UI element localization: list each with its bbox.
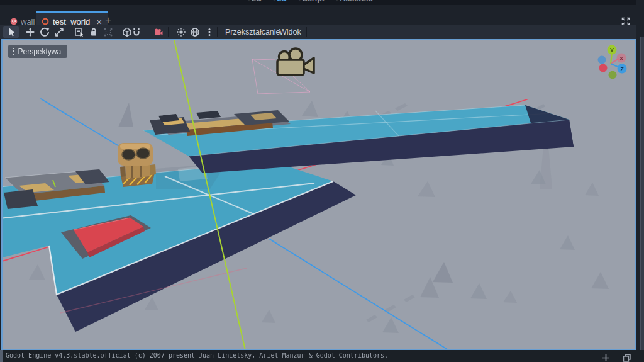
right-dock-edge[interactable] [640,37,644,350]
viewport-3d[interactable]: Y X Z Perspektywa [1,39,636,350]
engine-version-text: Godot Engine v4.3.stable.official (c) 20… [6,352,388,359]
view-menu[interactable]: Widok [275,25,305,39]
make-floating-button[interactable] [622,353,631,362]
lock-icon [89,27,99,37]
snap-button[interactable] [130,26,143,38]
rotate-tool-button[interactable] [38,26,51,38]
scale-icon [54,27,64,37]
sun-toggle-button[interactable] [175,26,187,38]
movie-camera-icon [277,48,314,75]
vertical-dots-icon [204,27,214,37]
extra-options-button[interactable] [203,26,216,38]
panel-edge [0,350,3,362]
workspace-bar: ▪2D ▪3D ▪Script ▪AssetLib [0,0,644,5]
gizmo-x-label: X [619,55,623,62]
group-icon [103,27,113,37]
camera-icon [153,27,164,37]
select-tool-button[interactable] [3,26,19,38]
2d-icon: ▪ [248,0,250,3]
sun-icon [176,27,186,37]
toolbar-separator [67,27,67,37]
viewport-canvas[interactable]: Y X Z [3,40,635,349]
lock-button[interactable] [87,26,100,38]
magnet-icon [131,27,142,37]
toolbar-separator [306,27,307,37]
select-arrow-icon [6,27,16,37]
godot-editor-window: ▪2D ▪3D ▪Script ▪AssetLib wall test_worl… [0,0,644,362]
workspace-assetlib-button[interactable]: ▪AssetLib [336,0,373,3]
toolbar-separator [168,27,169,37]
move-tool-button[interactable] [24,26,36,38]
plus-icon [601,353,611,362]
godot-scene-icon [10,18,18,25]
scale-tool-button[interactable] [53,26,65,38]
orientation-gizmo[interactable]: Y X Z [598,45,627,79]
scene-ring-icon [42,18,49,25]
gizmo-z-label: Z [620,66,624,72]
select-box-button[interactable] [73,26,86,38]
workspace-2d-button[interactable]: ▪2D [248,0,262,3]
workspace-3d-button[interactable]: ▪3D [273,0,287,3]
spatial-toolbar: Przekształcanie Widok [0,25,636,40]
workspace-script-button[interactable]: ▪Script [298,0,325,3]
3d-icon: ▪ [273,0,275,3]
view-menu-button[interactable]: Perspektywa [8,45,67,58]
gizmo-axis-neg-x[interactable] [599,64,608,72]
status-bar: Godot Engine v4.3.stable.official (c) 20… [0,350,644,362]
scene-tab-bar: wall test_world × + [0,5,644,25]
environment-toggle-button[interactable] [189,26,201,38]
camera-gizmo[interactable] [252,48,314,94]
globe-icon [190,27,200,37]
rotate-icon [40,27,50,37]
drag-handle-icon [13,48,14,55]
gizmo-y-label: Y [610,47,614,54]
robot-character[interactable] [118,143,156,187]
list-select-icon [74,27,84,37]
script-icon: ▪ [298,0,300,3]
toolbar-separator [116,27,116,37]
z-axis-line-lower [270,239,448,349]
group-button[interactable] [102,26,114,38]
toolbar-separator [147,27,147,37]
transform-menu[interactable]: Przekształcanie [221,25,284,39]
gizmo-axis-neg-y[interactable] [609,71,617,79]
assetlib-icon: ▪ [336,0,338,3]
preview-camera-button[interactable] [152,26,165,38]
window-copy-icon [622,353,631,362]
toolbar-separator [217,27,218,37]
perspective-label: Perspektywa [18,47,62,56]
gizmo-axis-neg-z[interactable] [598,56,606,64]
move-icon [25,27,35,37]
expand-bottom-panel-button[interactable] [601,353,611,362]
